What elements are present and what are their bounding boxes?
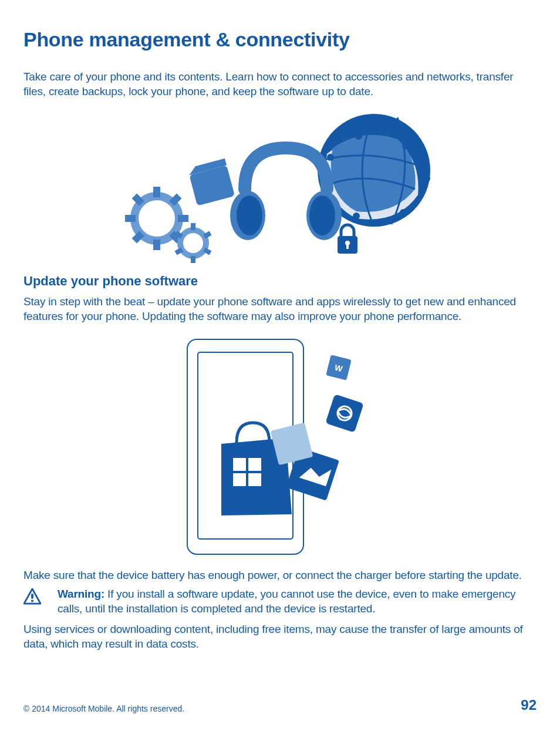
app-tile	[325, 394, 364, 433]
lock-icon	[338, 225, 357, 254]
svg-rect-19	[153, 240, 160, 250]
warning-icon	[23, 588, 41, 605]
connectivity-illustration	[23, 113, 537, 263]
svg-point-4	[423, 175, 430, 182]
copyright-text: © 2014 Microsoft Mobile. All rights rese…	[23, 704, 184, 713]
svg-rect-43	[325, 394, 364, 433]
svg-point-49	[31, 600, 33, 602]
phone-apps-illustration: W	[23, 338, 537, 561]
svg-point-11	[309, 196, 335, 235]
section-p3: Using services or downloading content, i…	[23, 622, 537, 651]
svg-rect-39	[233, 473, 246, 486]
svg-point-9	[237, 196, 262, 235]
svg-rect-24	[191, 223, 195, 230]
svg-rect-40	[248, 473, 261, 486]
app-tile: W	[326, 355, 352, 380]
svg-rect-17	[178, 215, 188, 222]
svg-rect-48	[31, 594, 33, 599]
section-heading-update: Update your phone software	[23, 274, 537, 289]
svg-point-2	[355, 133, 362, 140]
sd-card-icon	[187, 159, 235, 206]
page-number: 92	[521, 697, 537, 713]
svg-rect-27	[191, 256, 195, 263]
svg-point-6	[353, 213, 360, 220]
svg-point-1	[327, 154, 334, 161]
section-p1: Stay in step with the beat – update your…	[23, 295, 537, 323]
intro-paragraph: Take care of your phone and its contents…	[23, 70, 537, 99]
svg-rect-38	[248, 458, 261, 471]
warning-block: Warning: If you install a software updat…	[23, 587, 537, 616]
svg-rect-21	[125, 215, 136, 222]
page-footer: © 2014 Microsoft Mobile. All rights rese…	[23, 697, 537, 713]
warning-label: Warning:	[58, 588, 104, 600]
warning-text: Warning: If you install a software updat…	[49, 587, 537, 616]
page-title: Phone management & connectivity	[23, 28, 537, 51]
svg-point-3	[402, 142, 409, 149]
warning-body: If you install a software update, you ca…	[58, 588, 515, 615]
svg-point-23	[180, 230, 206, 256]
svg-point-5	[400, 209, 407, 216]
headphones-icon	[230, 148, 342, 240]
svg-rect-37	[233, 458, 246, 471]
svg-rect-15	[153, 187, 160, 197]
section-p2: Make sure that the device battery has en…	[23, 568, 537, 583]
svg-rect-32	[346, 244, 349, 249]
